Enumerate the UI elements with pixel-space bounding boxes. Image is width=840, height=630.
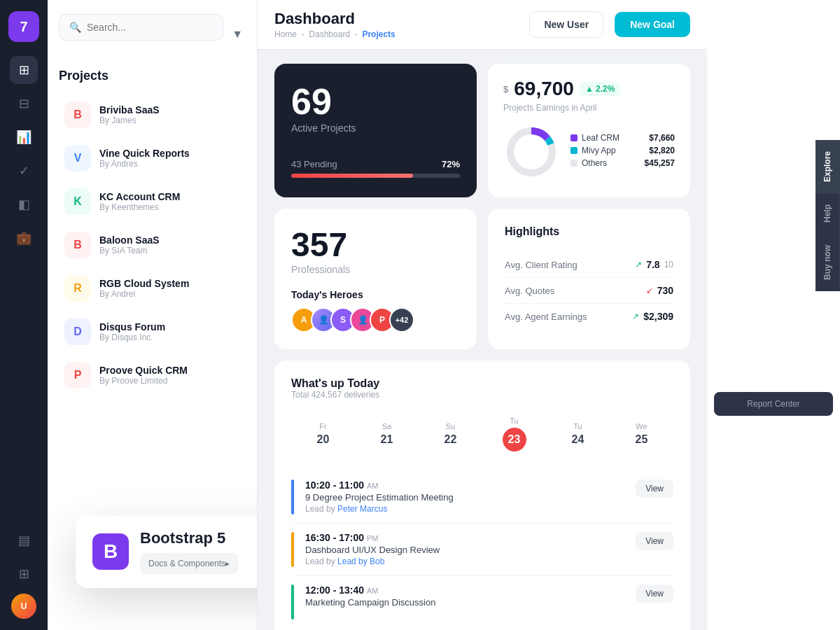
project-item-2[interactable]: K KC Account CRM By Keenthemes <box>59 181 246 222</box>
new-user-button[interactable]: New User <box>529 11 603 38</box>
calendar-days: Fr 20 Sa 21 Su 22 Tu 23 Tu 24 We 25 <box>291 411 673 457</box>
heroes-avatars: A 👤 S 👤 P +42 <box>291 307 460 332</box>
nav-bottom-2[interactable]: ⊞ <box>10 560 38 588</box>
highlight-label-2: Avg. Agent Earnings <box>505 312 587 322</box>
active-label: Active Projects <box>291 122 460 134</box>
nav-check[interactable]: ✓ <box>10 157 38 185</box>
project-item-4[interactable]: R RGB Cloud System By Andrei <box>59 268 246 309</box>
nav-dashboard[interactable]: ⊞ <box>10 56 38 84</box>
project-logo-0: B <box>64 102 91 128</box>
projects-title: Projects <box>59 69 246 83</box>
project-item-3[interactable]: B Baloon SaaS By SIA Team <box>59 225 246 265</box>
new-goal-button[interactable]: New Goal <box>615 12 690 37</box>
header: Dashboard Home - Dashboard - Projects Ne… <box>258 0 707 50</box>
search-input[interactable] <box>87 22 213 33</box>
project-item-1[interactable]: V Vine Quick Reports By Andres <box>59 138 246 178</box>
project-item-6[interactable]: P Proove Quick CRM By Proove Limited <box>59 355 246 396</box>
event-item-1: 16:30 - 17:00 PM Dashboard UI/UX Design … <box>291 524 673 576</box>
report-center-area: Report Center <box>714 392 833 500</box>
project-logo-1: V <box>64 145 91 172</box>
highlight-val-2: $2,309 <box>643 311 673 322</box>
cal-day-22[interactable]: Su 22 <box>419 416 482 451</box>
pending-row: 43 Pending 72% <box>291 159 460 169</box>
event-time-2: 12:00 - 13:40 AM <box>305 584 624 596</box>
tab-help[interactable]: Help <box>816 193 840 234</box>
cal-day-21[interactable]: Sa 21 <box>355 416 419 451</box>
cal-day-20[interactable]: Fr 20 <box>291 416 355 451</box>
event-lead-1: Lead by Lead by Bob <box>305 556 624 566</box>
event-lead-0: Lead by Peter Marcus <box>305 504 624 514</box>
app-badge[interactable]: 7 <box>8 11 39 42</box>
search-icon: 🔍 <box>69 22 81 33</box>
nav-bottom-1[interactable]: ▤ <box>10 526 38 554</box>
highlight-val-row-1: ↙ 730 <box>646 285 673 296</box>
progress-bar <box>291 174 460 178</box>
event-view-button-2[interactable]: View <box>636 584 673 603</box>
earnings-top: $ 69,700 ▲ 2.2% <box>503 78 675 100</box>
event-item-0: 10:20 - 11:00 AM 9 Degree Project Estima… <box>291 471 673 524</box>
project-info-2: KC Account CRM By Keenthemes <box>99 191 180 212</box>
nav-layers[interactable]: ◧ <box>10 190 38 218</box>
projects-list: B Briviba SaaS By James V Vine Quick Rep… <box>59 94 246 396</box>
highlight-val-0: 7.8 <box>646 259 659 270</box>
legend-val-2: $45,257 <box>645 158 675 168</box>
project-by-2: By Keenthemes <box>99 202 180 212</box>
active-projects-card: 69 Active Projects 43 Pending 72% <box>274 64 477 197</box>
docs-bar[interactable]: Docs & Components ▸ <box>140 553 238 574</box>
calendar-sub: Total 424,567 deliveries <box>291 390 673 400</box>
nav-case[interactable]: 💼 <box>10 224 38 252</box>
calendar-card: What's up Today Total 424,567 deliveries… <box>274 360 690 630</box>
legend-dot-1 <box>570 147 578 154</box>
project-name-6: Proove Quick CRM <box>99 365 188 376</box>
legend-label-2: Others <box>582 158 607 168</box>
event-title-2: Marketing Campaign Discussion <box>305 597 624 608</box>
prof-count: 357 <box>291 225 460 264</box>
event-border-1 <box>291 532 294 567</box>
highlights-title: Highlights <box>505 225 673 238</box>
header-title-section: Dashboard Home - Dashboard - Projects <box>274 10 518 39</box>
right-panel-content: Explore Help Buy now Report Center <box>707 0 840 630</box>
pending-pct: 72% <box>442 159 460 169</box>
event-person-0[interactable]: Peter Marcus <box>337 504 387 514</box>
earnings-amount: 69,700 <box>514 78 574 100</box>
event-item-2: 12:00 - 13:40 AM Marketing Campaign Disc… <box>291 576 673 628</box>
event-person-1[interactable]: Lead by Bob <box>337 556 384 566</box>
report-center-button[interactable]: Report Center <box>714 392 833 416</box>
legend-dot-2 <box>570 160 578 167</box>
project-info-0: Briviba SaaS By James <box>99 104 160 125</box>
event-time-0: 10:20 - 11:00 AM <box>305 479 624 491</box>
filter-button[interactable]: ▼ <box>229 25 246 43</box>
event-view-button-0[interactable]: View <box>636 479 673 498</box>
project-name-3: Baloon SaaS <box>99 234 160 246</box>
sidebar-narrow: 7 ⊞ ⊟ 📊 ✓ ◧ 💼 ▤ ⊞ U <box>0 0 48 630</box>
professionals-card: 357 Professionals Today's Heroes A 👤 S 👤… <box>274 209 477 349</box>
tab-explore[interactable]: Explore <box>816 140 840 193</box>
event-body-0: 10:20 - 11:00 AM 9 Degree Project Estima… <box>305 479 624 514</box>
project-info-6: Proove Quick CRM By Proove Limited <box>99 365 188 386</box>
breadcrumb: Home - Dashboard - Projects <box>274 29 518 39</box>
dashboard-body: 69 Active Projects 43 Pending 72% $ 69,7… <box>258 50 707 630</box>
cal-day-25[interactable]: We 25 <box>610 416 673 451</box>
event-title-1: Dashboard UI/UX Design Review <box>305 545 624 555</box>
legend-val-1: $2,820 <box>649 146 675 155</box>
hero-av-more: +42 <box>389 307 414 332</box>
event-body-2: 12:00 - 13:40 AM Marketing Campaign Disc… <box>305 584 624 608</box>
nav-grid[interactable]: ⊟ <box>10 90 38 118</box>
event-time-1: 16:30 - 17:00 PM <box>305 532 624 543</box>
event-view-button-1[interactable]: View <box>636 532 673 550</box>
user-avatar[interactable]: U <box>11 594 36 619</box>
donut-chart <box>503 124 559 180</box>
legend-val-0: $7,660 <box>649 133 675 143</box>
bootstrap-popup: B Bootstrap 5 Docs & Components ▸ <box>76 515 258 588</box>
project-item-0[interactable]: B Briviba SaaS By James <box>59 94 246 135</box>
event-body-1: 16:30 - 17:00 PM Dashboard UI/UX Design … <box>305 532 624 566</box>
cal-day-24[interactable]: Tu 24 <box>546 416 610 451</box>
progress-fill <box>291 174 413 178</box>
active-count: 69 <box>291 83 460 120</box>
nav-chart[interactable]: 📊 <box>10 123 38 151</box>
project-item-5[interactable]: D Disqus Forum By Disqus Inc. <box>59 312 246 352</box>
earnings-dollar: $ <box>503 84 508 94</box>
tab-buy[interactable]: Buy now <box>816 234 840 291</box>
cal-day-23[interactable]: Tu 23 <box>482 411 546 457</box>
top-row: 69 Active Projects 43 Pending 72% $ 69,7… <box>274 64 690 197</box>
